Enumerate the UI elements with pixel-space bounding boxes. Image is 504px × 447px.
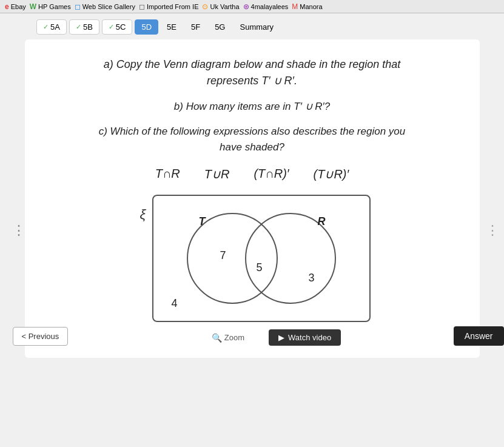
previous-button-label: < Previous (22, 332, 59, 341)
main-content: ⋮ ⋮ ✓ 5A ✓ 5B ✓ 5C 5D 5E 5F 5G Summary (0, 13, 504, 447)
hpgames-label: HP Games (38, 3, 71, 10)
webslice-icon: ◻ (75, 2, 81, 11)
play-icon: ▶ (278, 333, 284, 342)
answer-button-label: Answer (465, 331, 493, 341)
expression-tnr-prime: (T∩R)′ (254, 167, 289, 181)
question-c-line2: have shaded? (49, 139, 455, 155)
manora-label: Manora (300, 3, 322, 10)
tab-5f-label: 5F (191, 22, 200, 32)
expressions-row: T∩R T∪R (T∩R)′ (T∪R)′ (49, 167, 455, 181)
number-7: 7 (220, 249, 226, 262)
4mal-icon: ⊛ (243, 2, 249, 11)
question-a-line1: a) Copy the Venn diagram below and shade… (49, 56, 455, 73)
expression-tur-prime: (T∪R)′ (314, 167, 349, 181)
expression-tur: T∪R (204, 167, 230, 181)
answer-button[interactable]: Answer (454, 326, 504, 346)
question-area: a) Copy the Venn diagram below and shade… (25, 39, 480, 358)
imported-icon: ◻ (139, 2, 145, 11)
expression-tnr: T∩R (155, 167, 180, 181)
tab-5a[interactable]: ✓ 5A (36, 19, 67, 35)
ukvartha-label: Uk Vartha (210, 3, 239, 10)
tab-5b-check: ✓ (76, 23, 81, 31)
tab-5c-check: ✓ (109, 23, 114, 31)
ukvartha-icon: ⊙ (202, 2, 208, 11)
label-r: R (318, 215, 326, 228)
browser-item-hpgames[interactable]: W HP Games (30, 2, 71, 11)
browser-item-manora[interactable]: M Manora (292, 2, 322, 11)
browser-item-ukvartha[interactable]: ⊙ Uk Vartha (202, 2, 239, 11)
tab-5c-label: 5C (116, 22, 126, 32)
browser-bar: e Ebay W HP Games ◻ Web Slice Gallery ◻ … (0, 0, 504, 13)
tab-5d-label: 5D (141, 22, 152, 32)
tab-5b-label: 5B (83, 22, 93, 32)
bottom-bar: < Previous 🔍 Zoom ▶ Watch video Answer (49, 329, 504, 346)
tab-5e[interactable]: 5E (161, 20, 183, 34)
tab-5a-label: 5A (50, 22, 60, 32)
browser-item-4mal[interactable]: ⊛ 4malayalees (243, 2, 289, 11)
tab-5d[interactable]: 5D (135, 19, 158, 35)
watch-video-button[interactable]: ▶ Watch video (269, 329, 341, 346)
tab-5g-label: 5G (215, 22, 225, 32)
tab-5c[interactable]: ✓ 5C (102, 19, 133, 35)
watch-video-label: Watch video (288, 333, 331, 342)
question-a-line2: represents T′ ∪ R′. (49, 73, 455, 89)
ebay-label: Ebay (11, 3, 26, 10)
browser-item-ebay[interactable]: e Ebay (5, 2, 26, 11)
ebay-icon: e (5, 2, 9, 11)
question-c-line1: c) Which of the following expressions al… (49, 124, 455, 139)
browser-item-imported[interactable]: ◻ Imported From IE (139, 2, 199, 11)
tab-summary[interactable]: Summary (234, 20, 280, 34)
question-b: b) How many items are in T′ ∪ R′? (49, 100, 455, 113)
venn-box: T R 7 5 3 4 (152, 195, 371, 322)
number-3: 3 (308, 272, 314, 284)
tab-5a-check: ✓ (43, 23, 49, 31)
venn-diagram-container: ξ T R 7 5 3 4 (49, 195, 455, 322)
webslice-label: Web Slice Gallery (82, 3, 135, 10)
tab-5g[interactable]: 5G (209, 20, 231, 34)
tab-5f[interactable]: 5F (185, 20, 206, 34)
number-5: 5 (257, 261, 263, 274)
zoom-button[interactable]: 🔍 Zoom (212, 333, 244, 343)
label-t: T (199, 215, 206, 228)
previous-button[interactable]: < Previous (13, 327, 69, 346)
tab-5e-label: 5E (167, 22, 176, 32)
zoom-label: Zoom (224, 333, 244, 342)
manora-icon: M (292, 2, 298, 11)
tabs-row: ✓ 5A ✓ 5B ✓ 5C 5D 5E 5F 5G Summary (0, 13, 504, 39)
question-a: a) Copy the Venn diagram below and shade… (49, 56, 455, 89)
hpgames-icon: W (30, 2, 36, 11)
4mal-label: 4malayalees (251, 3, 289, 10)
left-edge-decoration: ⋮ (12, 223, 25, 238)
tab-5b[interactable]: ✓ 5B (69, 19, 99, 35)
zoom-icon: 🔍 (212, 333, 222, 343)
browser-item-webslice[interactable]: ◻ Web Slice Gallery (75, 2, 135, 11)
tab-summary-label: Summary (240, 22, 274, 32)
number-4: 4 (172, 297, 178, 310)
xi-label: ξ (140, 207, 146, 223)
right-edge-decoration: ⋮ (486, 223, 499, 238)
question-c: c) Which of the following expressions al… (49, 124, 455, 155)
imported-label: Imported From IE (147, 3, 199, 10)
